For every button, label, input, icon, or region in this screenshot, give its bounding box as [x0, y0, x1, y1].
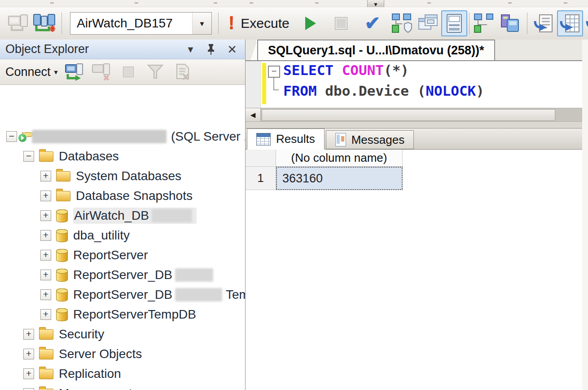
- highlighted-item: AirWatch_DB: [73, 208, 197, 224]
- tree-item-database-snapshots[interactable]: + Database Snapshots: [0, 186, 245, 206]
- expand-icon[interactable]: +: [40, 191, 51, 201]
- tree-item-reportservertempdb[interactable]: + ReportServerTempDB: [0, 305, 245, 324]
- tab-messages[interactable]: Messages: [326, 130, 414, 149]
- code-line-2: FROM dbo.Device (NOLOCK): [283, 83, 484, 99]
- folder-icon: [39, 329, 53, 340]
- checkmark-icon: ✔: [364, 14, 380, 33]
- tree-item-reportserver-db[interactable]: + ReportServer_DB: [0, 265, 245, 285]
- tree-item-management[interactable]: + Management: [0, 384, 245, 390]
- database-icon: [56, 308, 68, 321]
- tree-item-label: Management: [59, 386, 132, 390]
- results-to-grid-button[interactable]: [557, 10, 583, 36]
- grid-selected-cell[interactable]: 363160: [276, 167, 403, 190]
- debug-button[interactable]: [296, 10, 322, 36]
- expand-icon[interactable]: +: [23, 329, 34, 340]
- server-database-icon: [22, 133, 23, 141]
- tree-item-server-root[interactable]: − (SQL Server 10: [0, 127, 245, 146]
- ruler-tick: [250, 2, 253, 4]
- pin-icon[interactable]: [206, 44, 215, 55]
- expand-icon[interactable]: +: [40, 270, 51, 280]
- tree-item-label: ReportServer: [73, 248, 148, 262]
- chevron-down-icon: ▼: [199, 20, 206, 27]
- ruler-tick: [214, 2, 217, 4]
- results-grid: (No column name) 1 363160: [246, 150, 582, 390]
- object-explorer-titlebar[interactable]: Object Explorer ▼ ✕: [0, 40, 245, 59]
- tree-item-reportserver[interactable]: + ReportServer: [0, 245, 245, 265]
- folder-icon: [39, 151, 53, 162]
- script-icon: [173, 63, 191, 80]
- available-databases-combobox[interactable]: AirWatch_DB157 ▼: [70, 12, 212, 35]
- parse-button[interactable]: ✔: [360, 10, 386, 36]
- client-statistics-button[interactable]: [497, 10, 523, 36]
- connect-object-button[interactable]: [64, 62, 85, 82]
- code-fold-line: [273, 78, 279, 90]
- close-icon[interactable]: ✕: [227, 44, 237, 55]
- tree-item-dba-utility[interactable]: + dba_utility: [0, 226, 245, 245]
- window-position-icon[interactable]: ▼: [186, 45, 195, 54]
- tree-item-reportserver-db-tempdb[interactable]: + ReportServer_DB TempD: [0, 285, 245, 305]
- connect-menu-button[interactable]: Connect ▾: [5, 65, 58, 79]
- script-button[interactable]: [172, 62, 193, 82]
- connect-server-icon: [65, 63, 84, 81]
- play-icon: [305, 17, 316, 30]
- expand-icon[interactable]: +: [40, 171, 51, 182]
- connect-query-button[interactable]: [6, 10, 32, 36]
- collapse-icon[interactable]: −: [6, 131, 17, 142]
- ruler-tick: [50, 2, 54, 4]
- change-connection-button[interactable]: [32, 10, 58, 36]
- tree-item-server-objects[interactable]: + Server Objects: [0, 344, 245, 364]
- tree-item-airwatch-db[interactable]: + AirWatch_DB: [0, 206, 245, 226]
- collapse-icon[interactable]: −: [23, 151, 34, 162]
- actual-execution-plan-button[interactable]: [471, 10, 497, 36]
- combo-dropdown-button[interactable]: ▼: [192, 13, 211, 34]
- grid-column-header[interactable]: (No column name): [276, 150, 403, 167]
- stop-button-disabled[interactable]: [118, 62, 139, 82]
- database-combo-value: AirWatch_DB157: [70, 16, 173, 31]
- expand-icon[interactable]: +: [23, 388, 34, 390]
- expand-icon[interactable]: +: [40, 289, 51, 300]
- expand-icon[interactable]: +: [40, 230, 51, 241]
- query-options-icon: [417, 13, 439, 34]
- tree-item-label: AirWatch_DB: [74, 208, 149, 223]
- ruler-tick: [427, 2, 431, 4]
- editor-horizontal-scrollbar[interactable]: ◀: [246, 108, 582, 122]
- query-document-panel: SQLQuery1.sql - U...I\Dmatovu (258))* − …: [246, 40, 582, 390]
- expand-icon[interactable]: +: [23, 368, 34, 379]
- folder-icon: [56, 191, 70, 201]
- expand-icon[interactable]: +: [40, 309, 51, 320]
- sql-editor[interactable]: − SELECT COUNT(*) FROM dbo.Device (NOLOC…: [246, 60, 582, 109]
- disconnect-button[interactable]: [91, 62, 112, 82]
- tree-item-replication[interactable]: + Replication: [0, 364, 245, 384]
- document-tab-title: SQLQuery1.sql - U...I\Dmatovu (258))*: [268, 44, 484, 58]
- tree-item-security[interactable]: + Security: [0, 324, 245, 344]
- results-to-text-button[interactable]: [531, 10, 557, 36]
- query-options-button[interactable]: [415, 10, 441, 36]
- tree-item-databases[interactable]: − Databases: [0, 146, 245, 166]
- stop-button[interactable]: [328, 10, 354, 36]
- tree-item-label: Security: [59, 327, 104, 341]
- folder-icon: [39, 389, 53, 390]
- scrollbar-thumb[interactable]: [262, 109, 555, 121]
- expand-icon[interactable]: +: [40, 210, 51, 221]
- filter-button[interactable]: [145, 62, 166, 82]
- tree-item-system-databases[interactable]: + System Databases: [0, 166, 245, 186]
- expand-icon[interactable]: +: [40, 250, 51, 261]
- code-fold-toggle[interactable]: −: [268, 66, 280, 78]
- tab-results[interactable]: Results: [247, 129, 325, 150]
- grid-row-header[interactable]: 1: [246, 167, 276, 190]
- grid-corner-cell[interactable]: [246, 150, 276, 167]
- expand-icon[interactable]: +: [23, 349, 34, 359]
- estimated-execution-plan-button[interactable]: [389, 10, 415, 36]
- tree-item-label: ReportServerTempDB: [73, 307, 196, 322]
- grid-data-row: 1 363160: [246, 167, 582, 190]
- object-explorer-tree: − (SQL Server 10 − Databases + System Da…: [0, 124, 245, 390]
- query-document-tab[interactable]: SQLQuery1.sql - U...I\Dmatovu (258))*: [257, 40, 495, 60]
- execute-button[interactable]: ! Execute: [222, 10, 296, 36]
- grid-header-row: (No column name): [246, 150, 582, 167]
- redacted-text: [175, 288, 222, 301]
- results-splitter[interactable]: [246, 121, 582, 129]
- scroll-left-button[interactable]: ◀: [246, 108, 261, 122]
- intellisense-enabled-button[interactable]: [441, 10, 467, 36]
- results-to-file-button[interactable]: [583, 10, 588, 36]
- database-icon: [56, 249, 68, 262]
